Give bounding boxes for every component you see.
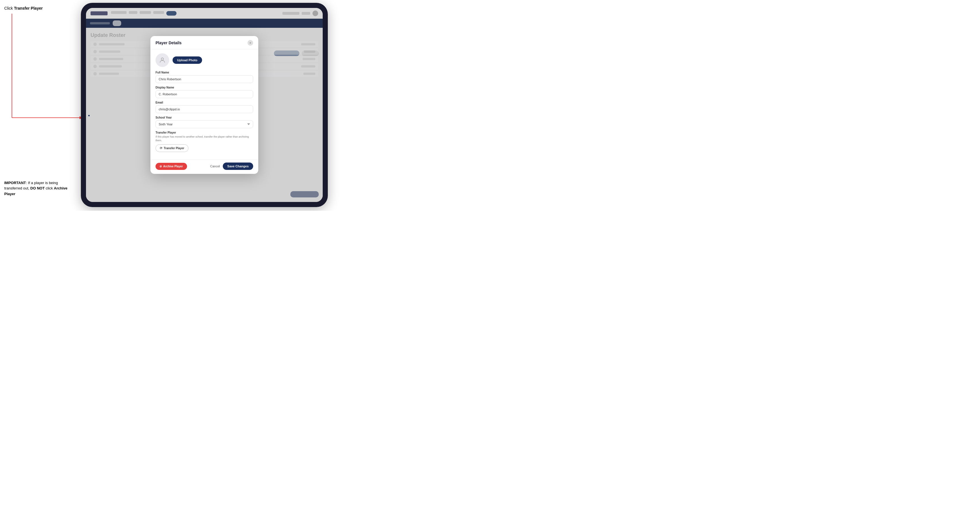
transfer-description: If this player has moved to another scho… [156, 135, 253, 142]
modal-overlay: Player Details × Upload Pho [86, 8, 323, 202]
email-input[interactable] [156, 105, 253, 113]
full-name-group: Full Name [156, 71, 253, 83]
modal-header: Player Details × [150, 36, 258, 49]
transfer-section-label: Transfer Player [156, 131, 253, 134]
cancel-button[interactable]: Cancel [210, 165, 220, 168]
modal-close-button[interactable]: × [248, 40, 253, 46]
modal-footer: ⊘ Archive Player Cancel Save Changes [150, 159, 258, 174]
tablet-screen: Update Roster [86, 8, 323, 202]
archive-player-button[interactable]: ⊘ Archive Player [156, 163, 187, 170]
click-text: Click [4, 6, 13, 11]
avatar-placeholder [156, 53, 169, 67]
archive-icon: ⊘ [159, 165, 162, 168]
display-name-input[interactable] [156, 90, 253, 98]
transfer-player-button[interactable]: ⟳ Transfer Player [156, 144, 188, 152]
transfer-icon: ⟳ [160, 146, 162, 150]
footer-right-buttons: Cancel Save Changes [210, 162, 253, 170]
school-year-label: School Year [156, 116, 253, 119]
user-icon [159, 57, 166, 63]
instruction-area: Click Transfer Player [0, 0, 80, 211]
important-text-area: IMPORTANT: If a player is being transfer… [0, 180, 74, 197]
display-name-label: Display Name [156, 86, 253, 89]
player-details-modal: Player Details × Upload Pho [150, 36, 258, 174]
save-changes-button[interactable]: Save Changes [223, 162, 253, 170]
full-name-input[interactable] [156, 75, 253, 83]
display-name-group: Display Name [156, 86, 253, 98]
svg-point-3 [161, 58, 164, 60]
click-bold: Transfer Player [14, 6, 43, 11]
transfer-btn-label: Transfer Player [164, 147, 184, 150]
school-year-group: School Year Sixth Year [156, 116, 253, 128]
email-group: Email [156, 101, 253, 113]
tablet-device: Update Roster [81, 3, 328, 207]
important-label: IMPORTANT: If a player is being transfer… [4, 181, 68, 196]
upload-photo-button[interactable]: Upload Photo [173, 56, 202, 64]
modal-title: Player Details [156, 41, 181, 45]
click-instruction: Click Transfer Player [4, 6, 75, 11]
transfer-section: Transfer Player If this player has moved… [156, 131, 253, 152]
email-label: Email [156, 101, 253, 104]
full-name-label: Full Name [156, 71, 253, 74]
archive-btn-label: Archive Player [163, 165, 183, 168]
photo-section: Upload Photo [156, 53, 253, 67]
school-year-select[interactable]: Sixth Year [156, 120, 253, 128]
modal-body: Upload Photo Full Name Display Name [150, 49, 258, 159]
